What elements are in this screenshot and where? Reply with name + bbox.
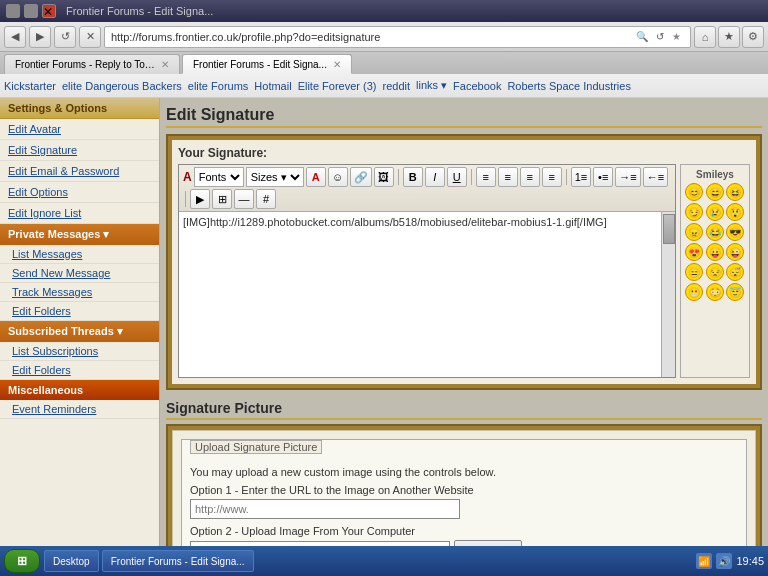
edit-sig-inner: Your Signature: A Fonts Sizes ▾ A — [172, 140, 756, 384]
maximize-btn[interactable] — [24, 4, 38, 18]
bookmark-links[interactable]: links ▾ — [416, 79, 447, 92]
smiley-5[interactable]: 😢 — [706, 203, 724, 221]
bold-btn[interactable]: B — [403, 167, 423, 187]
smiley-17[interactable]: 😳 — [706, 283, 724, 301]
tab-reply-close[interactable]: ✕ — [161, 59, 169, 70]
smiley-1[interactable]: 😊 — [685, 183, 703, 201]
settings-button[interactable]: ⚙ — [742, 26, 764, 48]
smiley-14[interactable]: 😒 — [706, 263, 724, 281]
smiley-18[interactable]: 😇 — [726, 283, 744, 301]
star-icon[interactable]: ★ — [669, 30, 684, 43]
bookmark-kickstarter[interactable]: Kickstarter — [4, 80, 56, 92]
bookmarks-bar: Kickstarter elite Dangerous Backers elit… — [0, 74, 768, 98]
code-btn[interactable]: # — [256, 189, 276, 209]
smiley-6[interactable]: 😲 — [726, 203, 744, 221]
taskbar-time: 19:45 — [736, 555, 764, 567]
editor-content[interactable]: [IMG]http://i1289.photobucket.com/albums… — [179, 212, 661, 377]
sidebar-item-track-messages[interactable]: Track Messages — [0, 283, 159, 302]
search-icon[interactable]: 🔍 — [633, 30, 651, 43]
url-input[interactable] — [190, 499, 460, 519]
smiley-2[interactable]: 😄 — [706, 183, 724, 201]
tab-reply[interactable]: Frontier Forums - Reply to Topic ✕ — [4, 54, 180, 74]
sidebar-item-edit-avatar[interactable]: Edit Avatar — [0, 119, 159, 140]
sidebar-item-event-reminders[interactable]: Event Reminders — [0, 400, 159, 419]
smiley-7[interactable]: 😠 — [685, 223, 703, 241]
sidebar-item-edit-folders-pm[interactable]: Edit Folders — [0, 302, 159, 321]
smiley-12[interactable]: 😜 — [726, 243, 744, 261]
hr-btn[interactable]: — — [234, 189, 254, 209]
media-btn[interactable]: ▶ — [190, 189, 210, 209]
taskbar-app-frontier[interactable]: Frontier Forums - Edit Signa... — [102, 550, 254, 572]
refresh-icon[interactable]: ↺ — [653, 30, 667, 43]
bookmark-elite-forums[interactable]: elite Forums — [188, 80, 249, 92]
align-left-btn[interactable]: ≡ — [476, 167, 496, 187]
favorites-button[interactable]: ★ — [718, 26, 740, 48]
align-right-btn[interactable]: ≡ — [520, 167, 540, 187]
smiley-10[interactable]: 😍 — [685, 243, 703, 261]
align-justify-btn[interactable]: ≡ — [542, 167, 562, 187]
outdent-btn[interactable]: ←≡ — [643, 167, 668, 187]
image-btn[interactable]: 🖼 — [374, 167, 394, 187]
sidebar-item-send-message[interactable]: Send New Message — [0, 264, 159, 283]
sidebar-item-edit-options[interactable]: Edit Options — [0, 182, 159, 203]
upload-section-header: Upload Signature Picture — [190, 440, 322, 454]
forward-button[interactable]: ▶ — [29, 26, 51, 48]
reload-button[interactable]: ↺ — [54, 26, 76, 48]
minimize-btn[interactable] — [6, 4, 20, 18]
taskbar-app-desktop[interactable]: Desktop — [44, 550, 99, 572]
sidebar-item-list-messages[interactable]: List Messages — [0, 245, 159, 264]
smiley-4[interactable]: 😏 — [685, 203, 703, 221]
sidebar-item-edit-ignore[interactable]: Edit Ignore List — [0, 203, 159, 224]
bookmark-hotmail[interactable]: Hotmail — [254, 80, 291, 92]
bookmark-elite-dangerous[interactable]: elite Dangerous Backers — [62, 80, 182, 92]
home-button[interactable]: ⌂ — [694, 26, 716, 48]
bookmark-roberts[interactable]: Roberts Space Industries — [507, 80, 631, 92]
smiley-11[interactable]: 😛 — [706, 243, 724, 261]
fonts-select[interactable]: Fonts — [194, 167, 244, 187]
start-button[interactable]: ⊞ — [4, 549, 40, 573]
address-bar[interactable]: http://forums.frontier.co.uk/profile.php… — [104, 26, 691, 48]
link-btn[interactable]: 🔗 — [350, 167, 372, 187]
editor-main: A Fonts Sizes ▾ A ☺ 🔗 🖼 — [178, 164, 676, 378]
italic-btn[interactable]: I — [425, 167, 445, 187]
sidebar-miscellaneous[interactable]: Miscellaneous — [0, 380, 159, 400]
smiley-13[interactable]: 😑 — [685, 263, 703, 281]
sidebar-item-edit-signature[interactable]: Edit Signature — [0, 140, 159, 161]
editor-toolbar: A Fonts Sizes ▾ A ☺ 🔗 🖼 — [179, 165, 675, 212]
smiley-3[interactable]: 😆 — [726, 183, 744, 201]
sidebar: Settings & Options Edit Avatar Edit Sign… — [0, 98, 160, 554]
smiley-15[interactable]: 😴 — [726, 263, 744, 281]
list-unordered-btn[interactable]: •≡ — [593, 167, 613, 187]
upload-box: Upload Signature Picture You may upload … — [181, 439, 747, 554]
bookmark-elite-forever[interactable]: Elite Forever (3) — [298, 80, 377, 92]
sidebar-item-list-subscriptions[interactable]: List Subscriptions — [0, 342, 159, 361]
align-center-btn[interactable]: ≡ — [498, 167, 518, 187]
smiley-9[interactable]: 😎 — [726, 223, 744, 241]
table-btn[interactable]: ⊞ — [212, 189, 232, 209]
sidebar-private-messages[interactable]: Private Messages ▾ — [0, 224, 159, 245]
tab-edit-sig[interactable]: Frontier Forums - Edit Signa... ✕ — [182, 54, 352, 74]
editor-scrollbar[interactable] — [661, 212, 675, 377]
sidebar-item-edit-email[interactable]: Edit Email & Password — [0, 161, 159, 182]
close-btn[interactable]: ✕ — [42, 4, 56, 18]
smiley-8[interactable]: 😂 — [706, 223, 724, 241]
smiley-16[interactable]: 😬 — [685, 283, 703, 301]
underline-btn[interactable]: U — [447, 167, 467, 187]
sizes-select[interactable]: Sizes ▾ — [246, 167, 304, 187]
upload-description: You may upload a new custom image using … — [190, 466, 738, 478]
stop-button[interactable]: ✕ — [79, 26, 101, 48]
taskbar-network-icon: 📶 — [696, 553, 712, 569]
page-area: Settings & Options Edit Avatar Edit Sign… — [0, 98, 768, 554]
tab-edit-sig-close[interactable]: ✕ — [333, 59, 341, 70]
taskbar-volume-icon: 🔊 — [716, 553, 732, 569]
indent-btn[interactable]: →≡ — [615, 167, 640, 187]
smiley-btn[interactable]: ☺ — [328, 167, 348, 187]
font-color-btn[interactable]: A — [306, 167, 326, 187]
sidebar-subscribed-threads[interactable]: Subscribed Threads ▾ — [0, 321, 159, 342]
back-button[interactable]: ◀ — [4, 26, 26, 48]
tab-reply-label: Frontier Forums - Reply to Topic — [15, 59, 155, 70]
bookmark-facebook[interactable]: Facebook — [453, 80, 501, 92]
bookmark-reddit[interactable]: reddit — [383, 80, 411, 92]
list-ordered-btn[interactable]: 1≡ — [571, 167, 592, 187]
sidebar-item-edit-folders-sub[interactable]: Edit Folders — [0, 361, 159, 380]
